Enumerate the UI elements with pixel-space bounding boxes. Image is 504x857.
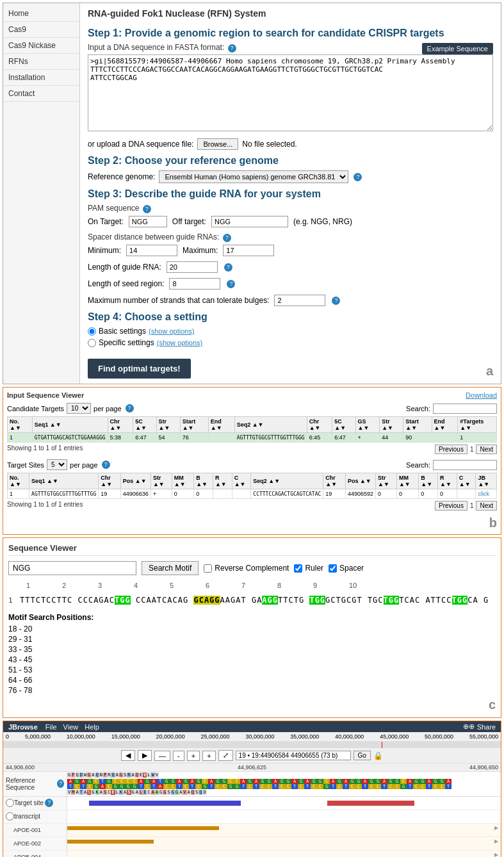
- off-target-input[interactable]: [211, 216, 288, 227]
- spacer-help-icon[interactable]: ?: [223, 234, 231, 242]
- panel-d: JBrowse File View Help ⊕⊕ Share 0 5,000,…: [3, 721, 501, 857]
- seed-row: Length of seed region: ?: [88, 278, 493, 290]
- sidebar-item-cas9[interactable]: Cas9: [3, 22, 79, 38]
- spacer-label: Spacer distance between guide RNAs:: [88, 233, 219, 241]
- ref-seq-help[interactable]: ?: [57, 779, 64, 788]
- candidates-next[interactable]: Next: [476, 445, 497, 454]
- zoom-out-more[interactable]: —: [154, 751, 170, 761]
- on-target-input[interactable]: [129, 216, 167, 227]
- bulge-help-icon[interactable]: ?: [332, 297, 340, 305]
- specific-settings-link[interactable]: (show options): [157, 339, 203, 347]
- guide-rna-help-icon[interactable]: ?: [224, 263, 232, 272]
- ref-seq-label: Reference Sequence ?: [3, 772, 67, 796]
- example-sequence-button[interactable]: Example Sequence: [422, 43, 493, 54]
- pam-help-icon[interactable]: ?: [143, 205, 151, 213]
- candidates-perpage[interactable]: 10: [67, 403, 91, 414]
- specific-settings-row: Specific settings (show options): [88, 338, 493, 347]
- t-col-str2: Str ▲▼: [375, 473, 396, 489]
- browse-button[interactable]: Browse...: [197, 138, 238, 150]
- dna-row-top: AGAGCTGCCCCAGATGGAGAGCAGGCCAGAGGAGGAGAGG…: [67, 779, 501, 784]
- t-col-c2: C ▲▼: [457, 473, 476, 489]
- go-button[interactable]: Go: [354, 751, 371, 760]
- zoom-in[interactable]: +: [187, 751, 200, 761]
- targets-table: No. ▲▼ Seq1 ▲▼ Chr ▲▼ Pos ▲▼ Str ▲▼ MM ▲…: [7, 473, 497, 499]
- menu-file[interactable]: File: [45, 723, 57, 731]
- candidates-search[interactable]: [433, 404, 497, 414]
- pos-4: 43 - 45: [8, 655, 496, 664]
- candidates-help-icon[interactable]: ?: [126, 404, 134, 412]
- seed-input[interactable]: [169, 278, 220, 290]
- pos-7: 76 - 78: [8, 686, 496, 695]
- find-targets-button[interactable]: Find optimal targets!: [88, 359, 191, 379]
- zoom-in-more[interactable]: +: [202, 751, 215, 761]
- targets-next[interactable]: Next: [476, 501, 497, 510]
- apoe-004-content: ▶: [67, 851, 501, 857]
- off-target-example: (e.g. NGG, NRG): [293, 217, 352, 226]
- min-input[interactable]: [126, 245, 177, 256]
- target-bar-red: [327, 801, 414, 806]
- target-help[interactable]: ?: [45, 799, 53, 807]
- nav-back[interactable]: ◀: [121, 750, 135, 761]
- coord-input[interactable]: [236, 751, 351, 760]
- sidebar-item-cas9-nickase[interactable]: Cas9 Nickase: [3, 38, 79, 54]
- share-label[interactable]: Share: [477, 723, 496, 731]
- sidebar-item-contact[interactable]: Contact: [3, 86, 79, 102]
- fasta-help-icon[interactable]: ?: [228, 44, 236, 53]
- spacer-checkbox[interactable]: [329, 564, 337, 573]
- basic-settings-link[interactable]: (show options): [149, 327, 195, 335]
- targets-prev[interactable]: Previous: [435, 501, 467, 510]
- genome-select[interactable]: Ensembl Human (Homo sapiens) genome GRCh…: [159, 170, 348, 183]
- fasta-textarea[interactable]: >gi|568815579:44906587-44906667 Homo sap…: [88, 54, 493, 131]
- col-end2: End ▲▼: [432, 417, 458, 433]
- target-site-track: Target site ?: [3, 797, 501, 810]
- seq-text: TTTCTCCTTC CCCAGACTGG CCAATCACAG GCAGGAA…: [20, 594, 489, 607]
- zoom-out[interactable]: -: [173, 751, 184, 761]
- t-col-no: No. ▲▼: [8, 473, 29, 489]
- sidebar-item-rfns[interactable]: RFNs: [3, 54, 79, 70]
- row-str1: 54: [156, 433, 180, 443]
- targets-help-icon[interactable]: ?: [102, 461, 110, 469]
- reverse-complement-checkbox[interactable]: [204, 564, 212, 573]
- ruler-9: 9: [313, 582, 349, 589]
- guide-rna-group: Length of guide RNA: ?: [88, 261, 493, 273]
- transcript-radio[interactable]: [6, 812, 14, 820]
- perpage-label: per page: [93, 405, 121, 412]
- menu-help[interactable]: Help: [85, 723, 99, 731]
- target-site-radio[interactable]: [6, 799, 14, 807]
- pos-6: 64 - 66: [8, 676, 496, 685]
- ruler-10: 10: [349, 582, 385, 589]
- jbrowse-link[interactable]: click: [478, 491, 489, 497]
- guide-rna-input[interactable]: [167, 261, 218, 273]
- menu-view[interactable]: View: [63, 723, 79, 731]
- zoom-fit[interactable]: ⤢: [218, 750, 233, 761]
- reverse-complement-group: Reverse Complement: [204, 564, 289, 573]
- motif-input[interactable]: [8, 561, 136, 575]
- nav-forward[interactable]: ▶: [138, 750, 152, 761]
- candidates-prev[interactable]: Previous: [435, 445, 467, 454]
- sidebar-item-installation[interactable]: Installation: [3, 70, 79, 86]
- targets-footer: Showing 1 to 1 of 1 entries Previous 1 N…: [7, 501, 497, 510]
- spacer-group: Spacer: [329, 564, 364, 573]
- sidebar-item-home[interactable]: Home: [3, 6, 79, 22]
- col-targets: #Targets ▲▼: [458, 417, 497, 433]
- coord-right: 44,906,650: [469, 764, 498, 771]
- max-input[interactable]: [223, 245, 274, 256]
- seed-help-icon[interactable]: ?: [227, 280, 235, 288]
- targets-search[interactable]: [433, 460, 497, 470]
- download-link[interactable]: Download: [466, 391, 497, 399]
- basic-settings-radio[interactable]: [88, 327, 96, 336]
- bulge-input[interactable]: [274, 295, 325, 306]
- bulge-label: Maximum number of strands that can toler…: [88, 296, 269, 305]
- specific-settings-radio[interactable]: [88, 339, 96, 347]
- apoe-002-content: ▶: [67, 837, 501, 850]
- candidates-table: No. ▲▼ Seq1 ▲▼ Chr ▲▼ 5C ▲▼ Str ▲▼ Start…: [7, 416, 497, 443]
- search-motif-button[interactable]: Search Motif: [142, 561, 199, 575]
- apoe-004-track: APOE-004 ▶: [3, 851, 501, 857]
- ruler-checkbox[interactable]: [294, 564, 302, 573]
- targets-perpage[interactable]: 5: [47, 459, 67, 470]
- genome-help-icon[interactable]: ?: [354, 173, 362, 181]
- dna-row-bottom: TCTCGACGGGGTCTACCTCTCGTCCGGTCTCCTCCTCTCC…: [67, 784, 501, 789]
- apoe-002-arrow: ▶: [494, 838, 498, 844]
- ruler-label: Ruler: [305, 564, 323, 573]
- col-5c1: 5C ▲▼: [133, 417, 156, 433]
